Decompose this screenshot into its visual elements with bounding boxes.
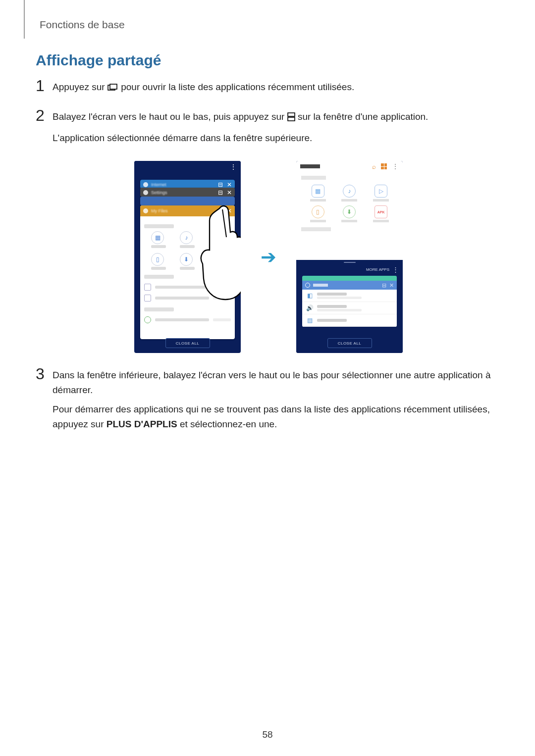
step-2: 2 Balayez l'écran vers le haut ou le bas… (36, 109, 501, 150)
split-icon: ⊟ (218, 207, 223, 214)
step-number: 1 (36, 78, 53, 94)
step3-line1: Dans la fenêtre inférieure, balayez l'éc… (53, 368, 501, 397)
split-divider (296, 260, 403, 265)
breadcrumb: Fonctions de base (40, 19, 125, 31)
step3-line2: Pour démarrer des applications qui ne se… (53, 402, 501, 431)
section-title: Affichage partagé (36, 52, 501, 69)
svg-rect-3 (288, 117, 295, 121)
page-left-rule (24, 0, 25, 39)
recents-icon (107, 81, 118, 96)
figure: ⋮ Internet⊟✕ Settings⊟✕ My Files⊟✕ ▦ ♪ ▷… (36, 161, 501, 353)
more-icon: ⋮ (230, 163, 237, 171)
step2-line1-before: Balayez l'écran vers le haut ou le bas, … (53, 111, 287, 122)
phone-right-splitview: ⌕ ⋮ ▦ ♪ ▷ ▯ ⬇ APK MORE APPS⋮ (296, 161, 403, 353)
close-all-button: CLOSE ALL (165, 338, 210, 348)
step-number: 2 (36, 107, 53, 123)
svg-rect-2 (288, 113, 295, 116)
step-1: 1 Appuyez sur pour ouvrir la liste des a… (36, 80, 501, 101)
grid-icon (381, 163, 387, 169)
split-view-icon (287, 111, 295, 125)
step1-text-after: pour ouvrir la liste des applications ré… (121, 82, 354, 92)
bottom-pane-recents: MORE APPS⋮ ⊟✕ ◧ 🔊 ▤ CLOSE ALL (296, 265, 403, 353)
step2-line2: L'application sélectionnée démarre dans … (53, 131, 501, 145)
app-title (300, 164, 320, 168)
step2-line1-after: sur la fenêtre d'une application. (298, 111, 428, 122)
search-icon: ⌕ (372, 163, 376, 170)
step-3: 3 Dans la fenêtre inférieure, balayez l'… (36, 368, 501, 436)
svg-rect-1 (110, 84, 117, 89)
split-icon: ⊟ (218, 181, 223, 188)
close-icon: ✕ (227, 207, 232, 214)
step-number: 3 (36, 366, 53, 382)
phone-left-recents: ⋮ Internet⊟✕ Settings⊟✕ My Files⊟✕ ▦ ♪ ▷… (134, 161, 241, 353)
more-icon: ⋮ (392, 162, 399, 170)
close-icon: ✕ (227, 181, 232, 188)
page-number: 58 (262, 729, 272, 740)
arrow-right-icon: ➔ (261, 246, 276, 268)
more-icon: ⋮ (392, 266, 399, 273)
gear-icon (305, 283, 310, 288)
step1-text-before: Appuyez sur (53, 82, 107, 92)
close-all-button: CLOSE ALL (327, 338, 372, 348)
top-pane-my-files: ⌕ ⋮ ▦ ♪ ▷ ▯ ⬇ APK (296, 161, 403, 260)
